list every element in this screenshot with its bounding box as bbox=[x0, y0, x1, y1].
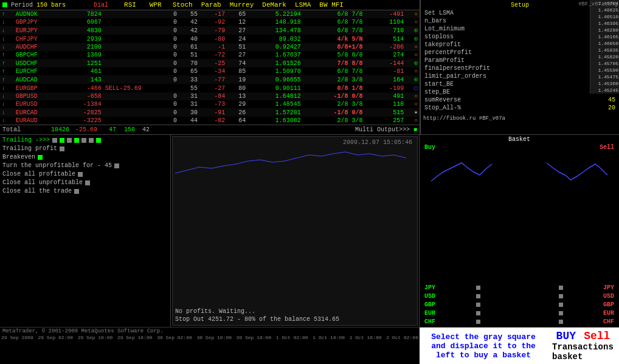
basket-chart-buy bbox=[425, 151, 498, 187]
watermark: #BF_v07a_eng bbox=[578, 1, 618, 7]
basket-sell-currency: GBP bbox=[596, 301, 614, 308]
basket-buy-sq[interactable] bbox=[476, 303, 480, 307]
basket-sell-currency: EUR bbox=[596, 310, 614, 317]
setup-key: start_BE bbox=[424, 81, 454, 88]
trailing-profit-label: Trailing profit bbox=[2, 145, 57, 152]
table-row: ↑ EURCHF 461 0 65 -34 85 1.50970 6/8 7/8… bbox=[0, 67, 420, 75]
setup-key: step_BE bbox=[424, 89, 450, 95]
transactions-basket-area: BUY Sell Transactions basket bbox=[547, 328, 619, 364]
price-level: 1.46625 bbox=[590, 7, 619, 13]
basket-header: Buy Sell bbox=[422, 144, 617, 151]
basket-chart-sell bbox=[541, 151, 614, 187]
no-profits-text: No profits. Waiting... bbox=[175, 308, 415, 315]
trailing-green2 bbox=[74, 138, 79, 143]
period-green-square bbox=[2, 2, 7, 7]
basket-sell-sq[interactable] bbox=[559, 303, 563, 307]
breakeven-label: Breakeven bbox=[2, 154, 35, 160]
setup-key: Stop_All-% bbox=[424, 105, 461, 111]
setup-item: percentProfit30 bbox=[423, 49, 617, 57]
trailing-green3 bbox=[96, 138, 101, 143]
timescale: 29 Sep 200929 Sep 02:0029 Sep 10:0029 Se… bbox=[0, 335, 420, 340]
close-trade-sq[interactable] bbox=[74, 189, 79, 194]
basket-title: Basket bbox=[422, 136, 617, 143]
table-row: ↓ EURGBP -466 SELL-25.69 55 -27 80 0.901… bbox=[0, 84, 420, 92]
total-stoch: 42 bbox=[142, 126, 157, 133]
setup-item: stoplossAuto bbox=[423, 33, 617, 41]
close-unprofitable-sq[interactable] bbox=[85, 180, 90, 185]
table-row: ↓ EURUSD -1384 0 31 -73 29 1.48545 2/8 3… bbox=[0, 100, 420, 108]
close-profitable-sq[interactable] bbox=[78, 172, 83, 177]
fibook-text: http://fibook.ru #BF_v07a bbox=[423, 115, 505, 122]
table-row: ↓ EURJPY 4830 0 42 -79 27 134.478 6/8 7/… bbox=[0, 26, 420, 35]
basket-sell-sq[interactable] bbox=[559, 294, 563, 298]
basket-currency-row: USD USD bbox=[422, 292, 617, 300]
timescale-label: 29 Sep 2009 bbox=[1, 335, 33, 340]
timescale-label: 1 Oct 02:00 bbox=[276, 335, 308, 340]
basket-buy-sq[interactable] bbox=[476, 294, 480, 298]
stoch-label: Stoch bbox=[173, 1, 193, 9]
close-profitable-label: Close all profitable bbox=[2, 171, 75, 177]
basket-label: Transactions basket bbox=[552, 342, 614, 362]
table-row: ↓ EURCAD -2825 0 30 -91 26 1.57281 -1/8 … bbox=[0, 108, 420, 117]
trailing-square2[interactable] bbox=[67, 138, 72, 143]
basket-buy-sq[interactable] bbox=[476, 286, 480, 290]
trailing-square[interactable] bbox=[52, 138, 57, 143]
close-trade-row: Close all the trade bbox=[2, 187, 168, 195]
setup-item: takeprofitAuto bbox=[423, 41, 617, 49]
demark-label: DeMark bbox=[262, 1, 286, 9]
basket-sell-currency: CHF bbox=[596, 318, 614, 325]
table-section: Period 150 bars Dial RSI WPR Stoch Parab… bbox=[0, 0, 420, 134]
top-section: Period 150 bars Dial RSI WPR Stoch Parab… bbox=[0, 0, 619, 134]
trailing-row: Trailing ->>> bbox=[2, 136, 168, 144]
basket-buy-sq[interactable] bbox=[476, 320, 480, 324]
total-rsi: 47 bbox=[109, 126, 124, 133]
price-level: 1.45245 bbox=[590, 87, 619, 94]
price-level: 1.45590 bbox=[590, 67, 619, 74]
basket-buy-currency: GBP bbox=[424, 301, 443, 308]
setup-key: sumReverse bbox=[424, 97, 461, 103]
trailing-label: Trailing ->>> bbox=[2, 137, 50, 143]
timescale-label: 30 Sep 18:00 bbox=[237, 335, 272, 340]
timescale-label: 30 Sep 10:00 bbox=[196, 335, 232, 340]
total-val: 18426 bbox=[51, 126, 75, 133]
table-row: ↓ CHFJPY 2939 0 40 -80 24 89.032 4/k 5/N… bbox=[0, 35, 420, 43]
trailing-profit-row: Trailing profit bbox=[2, 145, 168, 153]
timescale-label: 1 Oct 18:00 bbox=[350, 335, 382, 340]
basket-sell-currency: JPY bbox=[596, 284, 614, 291]
middle-area: 2009.12.07 15:05:46 No profits. Waiting.… bbox=[170, 135, 420, 327]
stop-out-text: Stop Out 4251.72 - 80% of the balance 53… bbox=[175, 316, 415, 323]
price-level: 1.46510 bbox=[590, 13, 619, 20]
turn-unprofitable-row: Turn the unprofitable for - 45 bbox=[2, 162, 168, 170]
timescale-label: 2 Oct 02:00 bbox=[386, 335, 418, 340]
setup-key: Lot_minimum bbox=[424, 26, 465, 32]
parab-label: Parab bbox=[201, 1, 221, 9]
setup-key: stoploss bbox=[424, 33, 454, 40]
setup-section: Setup Set LSMA25n_bars150Lot_minimum0.10… bbox=[420, 0, 619, 134]
price-level: 1.45475 bbox=[590, 74, 619, 80]
basket-sell-sq[interactable] bbox=[559, 311, 563, 315]
total-label: Total bbox=[2, 126, 51, 133]
trailing-profit-sq[interactable] bbox=[60, 146, 64, 151]
basket-currency-row: JPY JPY bbox=[422, 284, 617, 292]
basket-buy-label: Buy bbox=[424, 144, 435, 151]
fibook-link: http://fibook.ru #BF_v07a bbox=[423, 114, 617, 122]
setup-item: start_BE40 bbox=[423, 80, 617, 88]
transactions-basket-label: Transactions basket bbox=[552, 342, 614, 362]
setup-item: step_BE5 bbox=[423, 88, 617, 96]
close-unprofitable-label: Close all unprofitable bbox=[2, 179, 83, 186]
timescale-label: 29 Sep 02:00 bbox=[38, 335, 73, 340]
turn-unprofitable-sq[interactable] bbox=[114, 163, 119, 168]
bwmfi-label: BW MFI bbox=[319, 1, 344, 9]
price-level: 1.46280 bbox=[590, 27, 619, 33]
trailing-square4[interactable] bbox=[89, 138, 94, 143]
basket-chart bbox=[422, 151, 617, 284]
buy-sell-row: BUY Sell bbox=[552, 330, 614, 342]
trailing-square3[interactable] bbox=[81, 138, 86, 143]
basket-sell-sq[interactable] bbox=[559, 286, 563, 290]
basket-sell-sq[interactable] bbox=[559, 320, 563, 324]
table-row: ↑ USDCHF 1251 0 70 -25 74 1.01526 7/8 8/… bbox=[0, 59, 420, 67]
basket-buy-sq[interactable] bbox=[476, 311, 480, 315]
table-row: ↑ AUDCAD 143 0 33 -77 19 0.96655 2/8 3/8… bbox=[0, 75, 420, 84]
setup-item: sumReverse45 bbox=[423, 96, 617, 104]
timescale-label: 29 Sep 18:00 bbox=[117, 335, 153, 340]
